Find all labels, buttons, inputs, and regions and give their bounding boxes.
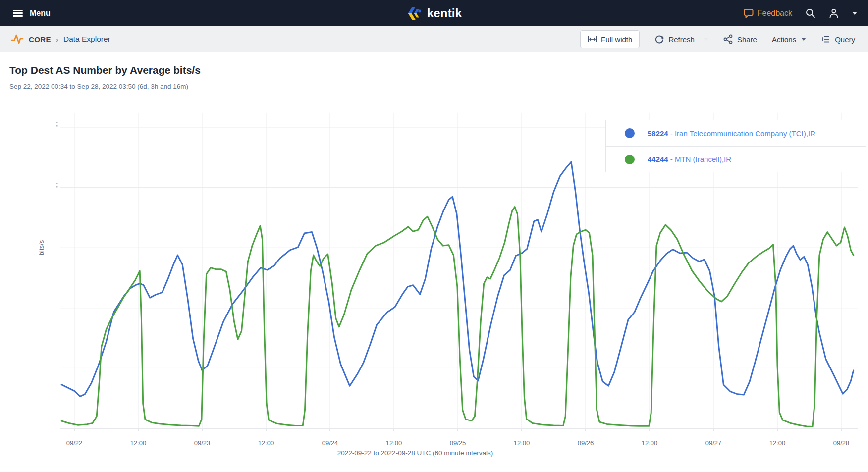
full-width-label: Full width [601,35,632,44]
y-axis-label: bits/s [38,240,45,255]
page-title: Top Dest AS Number by Average bits/s [9,64,201,76]
share-label: Share [737,35,757,44]
breadcrumb-page: Data Explorer [63,35,110,44]
x-tick-label: 09/24 [322,439,338,447]
refresh-icon [654,34,664,44]
breadcrumb-toolbar: CORE › Data Explorer Full width Refresh [0,26,868,52]
x-tick-label: 12:00 [130,439,147,447]
search-icon [805,8,815,18]
hamburger-menu-icon[interactable] [13,10,23,17]
y-tick-remnant [56,125,58,127]
y-tick-remnant [56,186,58,188]
feedback-label: Feedback [758,9,792,18]
chart-legend: 58224- Iran Telecommunication Company (T… [605,120,866,172]
user-caret-icon[interactable] [852,12,857,15]
breadcrumb: CORE › Data Explorer [0,33,110,46]
brand-name: kentik [427,6,462,20]
user-menu-button[interactable] [828,8,839,19]
query-button[interactable]: Query [821,35,855,44]
x-tick-label: 12:00 [514,439,530,447]
legend-label: 44244- MTN (Irancell),IR [648,155,731,163]
x-tick-label: 09/25 [450,439,466,447]
search-button[interactable] [805,8,815,18]
x-tick-label: 09/28 [833,439,850,447]
refresh-label: Refresh [668,35,695,44]
legend-label: 58224- Iran Telecommunication Company (T… [648,129,815,138]
full-width-icon [588,35,597,43]
menu-label[interactable]: Menu [30,9,51,18]
legend-item-44244[interactable]: 44244- MTN (Irancell),IR [606,146,866,172]
chart-toolbar: Full width Refresh Share Actions [580,30,868,48]
actions-caret-icon [801,38,806,41]
time-range-subtitle: Sep 22, 2022 00:34 to Sep 28, 2022 03:50… [9,83,188,90]
kentik-logo-icon [406,6,423,21]
y-tick-remnant [56,183,58,184]
legend-dot-blue-icon [625,128,635,138]
legend-item-58224[interactable]: 58224- Iran Telecommunication Company (T… [606,120,866,146]
actions-label: Actions [772,35,796,44]
refresh-button[interactable]: Refresh [654,34,695,44]
legend-dot-green-icon [625,155,635,164]
x-tick-label: 09/23 [194,439,211,447]
x-tick-label: 12:00 [642,439,658,447]
feedback-bubble-icon [744,8,754,18]
breadcrumb-section[interactable]: CORE [29,35,51,44]
user-icon [828,8,839,19]
x-axis-caption: 2022-09-22 to 2022-09-28 UTC (60 minute … [337,449,493,457]
x-tick-label: 09/26 [578,439,594,447]
refresh-caret-icon[interactable] [704,38,708,41]
share-icon [723,34,733,44]
x-tick-label: 09/27 [705,439,722,447]
series-line-58224[interactable] [61,162,854,396]
full-width-button[interactable]: Full width [580,30,640,48]
share-button[interactable]: Share [723,34,757,44]
actions-button[interactable]: Actions [772,35,806,44]
kentik-logo: kentik [406,0,462,26]
breadcrumb-separator-icon: › [56,35,58,44]
x-tick-label: 12:00 [386,439,402,447]
x-tick-label: 12:00 [258,439,274,447]
query-icon [821,35,831,44]
feedback-button[interactable]: Feedback [744,8,792,18]
top-navbar: Menu kentik Feedback [0,0,868,26]
query-label: Query [835,35,855,44]
x-tick-label: 09/22 [66,439,83,447]
pulse-icon [11,33,24,46]
x-tick-label: 12:00 [769,439,786,447]
y-tick-remnant [56,122,58,123]
